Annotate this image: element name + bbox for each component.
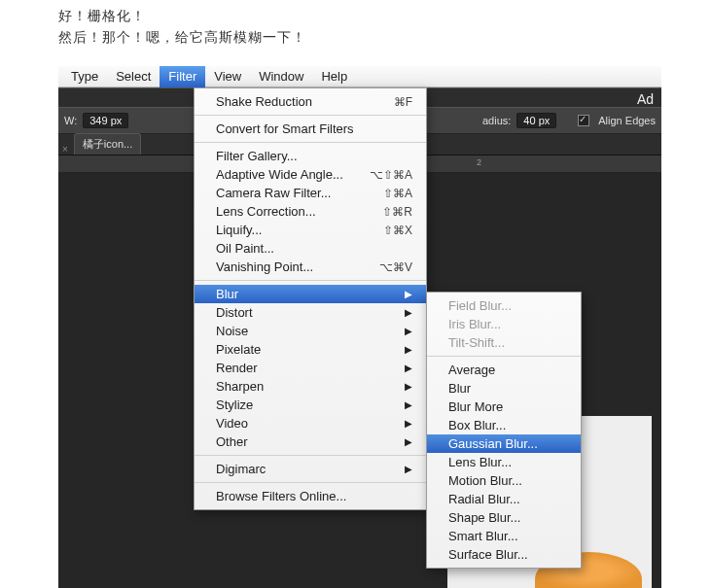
filter-item-filter-gallery[interactable]: Filter Gallery... <box>195 147 426 165</box>
app-window: TypeSelectFilterViewWindowHelp Ad W: 349… <box>58 66 661 581</box>
filter-item-blur[interactable]: Blur▶ <box>195 285 426 303</box>
menu-separator <box>427 356 581 357</box>
filter-menu: Shake Reduction⌘FConvert for Smart Filte… <box>194 87 427 510</box>
blur-item-blur[interactable]: Blur <box>427 379 581 398</box>
document-tab[interactable]: 橘子icon... <box>74 133 141 155</box>
menu-item-label: Browse Filters Online... <box>216 489 412 503</box>
filter-item-other[interactable]: Other▶ <box>195 432 426 451</box>
align-edges-checkbox[interactable] <box>578 115 589 126</box>
filter-item-pixelate[interactable]: Pixelate▶ <box>195 340 426 359</box>
chevron-right-icon: ▶ <box>405 418 412 429</box>
filter-item-browse-filters-online[interactable]: Browse Filters Online... <box>195 487 426 505</box>
filter-item-lens-correction[interactable]: Lens Correction...⇧⌘R <box>195 202 426 221</box>
menu-item-label: Surface Blur... <box>448 547 567 562</box>
menu-item-label: Oil Paint... <box>216 241 412 256</box>
menu-filter[interactable]: Filter <box>160 66 205 87</box>
tab-close-icon[interactable]: × <box>62 144 68 155</box>
menu-item-label: Shake Reduction <box>216 94 394 109</box>
menubar: TypeSelectFilterViewWindowHelp <box>58 66 661 87</box>
menu-item-label: Stylize <box>216 398 405 412</box>
menu-item-label: Convert for Smart Filters <box>216 121 412 136</box>
filter-item-stylize[interactable]: Stylize▶ <box>195 396 426 414</box>
chevron-right-icon: ▶ <box>405 399 412 410</box>
menu-item-label: Other <box>216 434 405 449</box>
menu-window[interactable]: Window <box>250 66 312 87</box>
radius-field[interactable]: 40 px <box>516 113 556 128</box>
blur-item-tilt-shift: Tilt-Shift... <box>427 333 581 352</box>
menu-item-label: Blur <box>448 381 567 396</box>
blur-submenu: Field Blur...Iris Blur...Tilt-Shift...Av… <box>426 292 582 569</box>
menu-view[interactable]: View <box>205 66 250 87</box>
chevron-right-icon: ▶ <box>405 464 412 474</box>
menu-item-label: Smart Blur... <box>448 529 567 543</box>
blur-item-average[interactable]: Average <box>427 361 581 379</box>
chevron-right-icon: ▶ <box>405 363 412 373</box>
filter-item-convert-for-smart-filters[interactable]: Convert for Smart Filters <box>195 120 426 138</box>
blur-item-blur-more[interactable]: Blur More <box>427 398 581 416</box>
menu-shortcut: ⌥⇧⌘A <box>370 168 412 182</box>
filter-item-adaptive-wide-angle[interactable]: Adaptive Wide Angle...⌥⇧⌘A <box>195 165 426 184</box>
menu-item-label: Shape Blur... <box>448 510 567 525</box>
menu-separator <box>195 115 426 116</box>
menu-type[interactable]: Type <box>62 66 107 87</box>
menu-item-label: Camera Raw Filter... <box>216 186 383 200</box>
menu-item-label: Tilt-Shift... <box>448 335 567 350</box>
menu-item-label: Filter Gallery... <box>216 149 412 163</box>
filter-item-render[interactable]: Render▶ <box>195 359 426 377</box>
chevron-right-icon: ▶ <box>405 436 412 447</box>
menu-help[interactable]: Help <box>312 66 356 87</box>
filter-item-digimarc[interactable]: Digimarc▶ <box>195 460 426 478</box>
menu-item-label: Distort <box>216 305 405 320</box>
filter-item-shake-reduction[interactable]: Shake Reduction⌘F <box>195 92 426 111</box>
menu-separator <box>195 455 426 456</box>
brand-label: Ad <box>637 91 654 107</box>
menu-shortcut: ⇧⌘R <box>382 205 412 219</box>
menu-separator <box>195 142 426 143</box>
annotation-line-2: 然后！那个！嗯，给它高斯模糊一下！ <box>58 29 306 47</box>
filter-item-oil-paint[interactable]: Oil Paint... <box>195 239 426 258</box>
blur-item-lens-blur[interactable]: Lens Blur... <box>427 453 581 471</box>
filter-item-camera-raw-filter[interactable]: Camera Raw Filter...⇧⌘A <box>195 184 426 202</box>
blur-item-iris-blur: Iris Blur... <box>427 315 581 333</box>
width-label: W: <box>64 115 77 126</box>
blur-item-shape-blur[interactable]: Shape Blur... <box>427 508 581 527</box>
filter-item-vanishing-point[interactable]: Vanishing Point...⌥⌘V <box>195 258 426 276</box>
menu-item-label: Field Blur... <box>448 298 567 313</box>
filter-item-sharpen[interactable]: Sharpen▶ <box>195 377 426 396</box>
menu-shortcut: ⇧⌘X <box>383 224 412 237</box>
menu-item-label: Lens Correction... <box>216 204 382 219</box>
blur-item-surface-blur[interactable]: Surface Blur... <box>427 545 581 564</box>
filter-item-liquify[interactable]: Liquify...⇧⌘X <box>195 221 426 239</box>
radius-label: adius: <box>482 115 511 126</box>
menu-item-label: Render <box>216 361 405 375</box>
menu-item-label: Blur More <box>448 399 567 414</box>
blur-item-radial-blur[interactable]: Radial Blur... <box>427 490 581 508</box>
chevron-right-icon: ▶ <box>405 289 412 299</box>
menu-item-label: Vanishing Point... <box>216 259 379 274</box>
filter-item-distort[interactable]: Distort▶ <box>195 303 426 322</box>
chevron-right-icon: ▶ <box>405 326 412 336</box>
blur-item-gaussian-blur[interactable]: Gaussian Blur... <box>427 434 581 453</box>
filter-item-noise[interactable]: Noise▶ <box>195 322 426 340</box>
filter-item-video[interactable]: Video▶ <box>195 414 426 432</box>
menu-select[interactable]: Select <box>107 66 160 87</box>
menu-item-label: Gaussian Blur... <box>448 436 567 451</box>
menu-item-label: Blur <box>216 287 405 301</box>
blur-item-motion-blur[interactable]: Motion Blur... <box>427 471 581 490</box>
menu-shortcut: ⌘F <box>394 95 412 109</box>
menu-item-label: Iris Blur... <box>448 317 567 331</box>
menu-item-label: Box Blur... <box>448 418 567 432</box>
menu-item-label: Video <box>216 416 405 431</box>
width-field[interactable]: 349 px <box>83 113 128 128</box>
menu-item-label: Pixelate <box>216 342 405 357</box>
menu-item-label: Lens Blur... <box>448 455 567 469</box>
chevron-right-icon: ▶ <box>405 381 412 392</box>
align-edges-label: Align Edges <box>598 115 656 126</box>
blur-item-field-blur: Field Blur... <box>427 296 581 315</box>
blur-item-smart-blur[interactable]: Smart Blur... <box>427 527 581 545</box>
chevron-right-icon: ▶ <box>405 344 412 355</box>
menu-item-label: Sharpen <box>216 379 405 394</box>
blur-item-box-blur[interactable]: Box Blur... <box>427 416 581 434</box>
menu-item-label: Radial Blur... <box>448 492 567 506</box>
menu-item-label: Liquify... <box>216 223 383 237</box>
